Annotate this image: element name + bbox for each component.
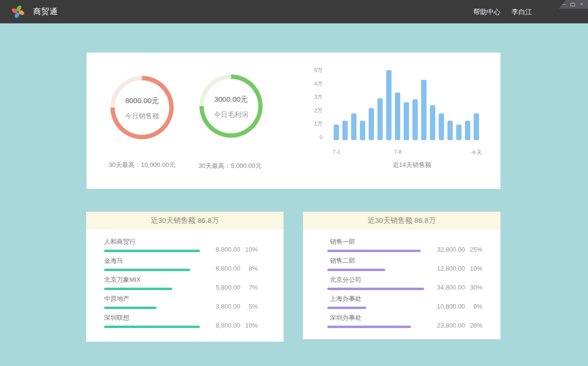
customer-rows: 人和商贸行8,800.0010%金海马6,800.008%北京万象MIX5,80… bbox=[86, 229, 284, 332]
app-header: 商贸通 帮助中心 李白江 — × bbox=[0, 0, 588, 23]
today-sales-value: 8000.00元 bbox=[125, 96, 159, 106]
row-amount: 10,800.00 bbox=[426, 303, 465, 310]
x-axis-label: 7-8 bbox=[378, 149, 417, 155]
row-label: 中原地产 bbox=[104, 294, 157, 303]
row-amount: 32,800.00 bbox=[426, 246, 465, 253]
sales-bar bbox=[342, 121, 348, 140]
sales-bar bbox=[456, 125, 462, 140]
row-percent: 8% bbox=[240, 265, 258, 272]
row-bar bbox=[104, 269, 190, 271]
x-axis-label: 7-1 bbox=[317, 149, 356, 155]
row-bar bbox=[104, 326, 200, 328]
today-profit-label: 今日毛利润 bbox=[214, 110, 248, 119]
maximize-icon[interactable] bbox=[570, 3, 575, 6]
row-percent: 26% bbox=[465, 322, 482, 329]
row-percent: 7% bbox=[240, 284, 258, 291]
sales-bar bbox=[360, 121, 365, 140]
customer-sales-card: 近30天销售额 86.8万 人和商贸行8,800.0010%金海马6,800.0… bbox=[86, 212, 284, 342]
sales-bar bbox=[421, 80, 427, 140]
sales-bar bbox=[474, 113, 479, 140]
ranking-row: 深圳联想8,800.0010% bbox=[86, 313, 284, 332]
row-bar bbox=[327, 269, 385, 271]
ranking-row: 销售二部12,800.0010% bbox=[303, 256, 500, 275]
department-rows: 销售一部32,800.0025%销售二部12,800.0010%北京分公司34,… bbox=[303, 229, 500, 332]
sales-bar bbox=[404, 102, 409, 140]
daily-sales-bars bbox=[334, 67, 482, 140]
y-axis-label: 2万 bbox=[303, 107, 322, 114]
row-bar bbox=[327, 326, 411, 328]
ranking-row: 北京分公司34,800.0030% bbox=[303, 275, 500, 294]
profit-30d-max: 30天最高：5,000.00元 bbox=[177, 162, 284, 170]
ranking-row: 深圳办事处23,800.0026% bbox=[303, 313, 500, 332]
row-percent: 10% bbox=[465, 265, 482, 272]
row-percent: 5% bbox=[240, 303, 258, 310]
sales-bar bbox=[377, 98, 383, 140]
sales-bar bbox=[369, 108, 374, 140]
row-bar bbox=[104, 250, 200, 252]
today-sales-donut: 8000.00元 今日销售额 bbox=[110, 76, 174, 139]
sales-bar bbox=[439, 113, 444, 140]
x-axis-label: 今天 bbox=[457, 149, 496, 156]
department-sales-card: 近30天销售额 86.8万 销售一部32,800.0025%销售二部12,800… bbox=[303, 212, 500, 339]
sales-bar bbox=[447, 121, 453, 140]
row-label: 销售二部 bbox=[327, 256, 385, 265]
row-bar bbox=[327, 307, 366, 309]
y-axis-label: 5万 bbox=[303, 67, 322, 73]
customer-card-title: 近30天销售额 86.8万 bbox=[86, 212, 284, 229]
row-amount: 8,800.00 bbox=[201, 246, 240, 253]
row-amount: 8,800.00 bbox=[201, 322, 240, 329]
row-amount: 23,800.00 bbox=[426, 322, 465, 329]
row-label: 金海马 bbox=[104, 256, 190, 265]
row-bar bbox=[327, 288, 424, 290]
row-amount: 5,800.00 bbox=[201, 284, 240, 291]
user-menu[interactable]: 李白江 bbox=[512, 0, 532, 23]
y-axis-label: 1万 bbox=[303, 120, 322, 127]
row-label: 北京分公司 bbox=[327, 275, 424, 284]
sales-bar bbox=[395, 92, 400, 140]
ranking-row: 上海办事处10,800.009% bbox=[303, 294, 500, 313]
ranking-row: 销售一部32,800.0025% bbox=[303, 238, 500, 256]
department-card-title: 近30天销售额 86.8万 bbox=[303, 212, 500, 229]
sales-bar bbox=[334, 125, 339, 140]
help-center-link[interactable]: 帮助中心 bbox=[473, 0, 500, 23]
ranking-row: 中原地产3,800.005% bbox=[86, 294, 284, 313]
today-sales-label: 今日销售额 bbox=[125, 112, 159, 121]
dashboard-page: 商贸通 帮助中心 李白江 — × 8000.00元 今日销售额 30天最高：10… bbox=[0, 0, 588, 366]
row-amount: 34,800.00 bbox=[426, 284, 465, 291]
row-percent: 10% bbox=[240, 322, 258, 329]
row-bar bbox=[104, 288, 172, 290]
row-label: 深圳办事处 bbox=[327, 313, 411, 322]
row-percent: 30% bbox=[465, 284, 482, 291]
app-title: 商贸通 bbox=[33, 0, 58, 23]
row-percent: 25% bbox=[465, 246, 482, 253]
sales-bar bbox=[412, 99, 418, 140]
ranking-row: 人和商贸行8,800.0010% bbox=[86, 238, 284, 256]
row-label: 销售一部 bbox=[327, 238, 421, 246]
row-label: 人和商贸行 bbox=[104, 238, 200, 246]
ranking-row: 北京万象MIX5,800.007% bbox=[86, 275, 284, 294]
minimize-icon[interactable]: — bbox=[561, 2, 566, 7]
row-amount: 12,800.00 bbox=[426, 265, 465, 272]
row-label: 深圳联想 bbox=[104, 313, 200, 322]
row-amount: 6,800.00 bbox=[201, 265, 240, 272]
sales-bar bbox=[351, 113, 356, 140]
sales-bar bbox=[430, 105, 435, 140]
y-axis-label: 3万 bbox=[303, 93, 322, 100]
close-icon[interactable]: × bbox=[579, 2, 584, 7]
row-percent: 10% bbox=[240, 246, 258, 253]
y-axis: 01万2万3万4万5万 bbox=[303, 53, 322, 150]
overview-card: 8000.00元 今日销售额 30天最高：10,000.00元 3000.00元… bbox=[87, 53, 500, 189]
row-bar bbox=[104, 307, 157, 309]
pinwheel-logo-icon bbox=[11, 4, 25, 19]
ranking-row: 金海马6,800.008% bbox=[86, 256, 284, 275]
y-axis-label: 0 bbox=[303, 134, 322, 141]
row-label: 上海办事处 bbox=[327, 294, 366, 303]
sales-bar bbox=[386, 70, 392, 140]
today-profit-donut: 3000.00元 今日毛利润 bbox=[199, 74, 263, 138]
chart-caption: 近14天销售额 bbox=[363, 161, 461, 169]
today-profit-value: 3000.00元 bbox=[214, 95, 248, 104]
y-axis-label: 4万 bbox=[303, 80, 322, 87]
row-percent: 9% bbox=[465, 303, 482, 310]
sales-bar bbox=[465, 121, 470, 140]
row-amount: 3,800.00 bbox=[201, 303, 240, 310]
